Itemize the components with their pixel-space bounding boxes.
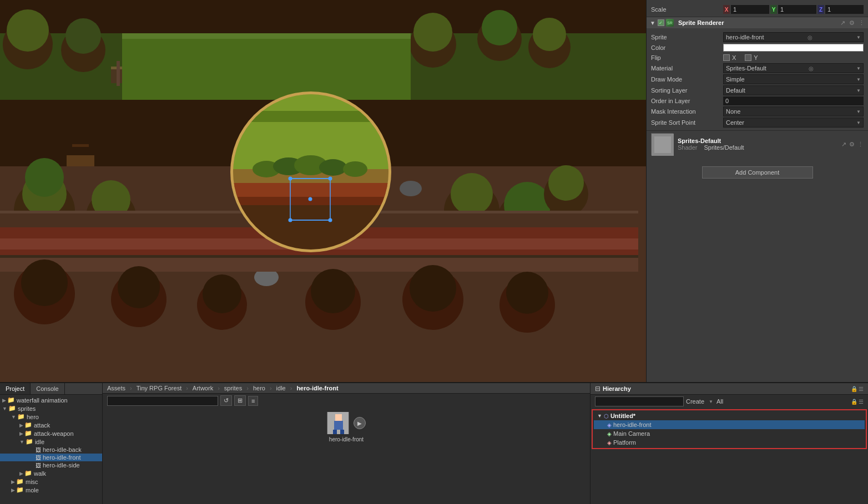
file-content: ▶ hero-idle-front	[103, 408, 590, 504]
material-link-icon[interactable]: ↗	[841, 141, 846, 148]
tree-item-idle[interactable]: ▼ 📁 idle	[0, 437, 102, 446]
tree-item-sprites[interactable]: ▼ 📁 sprites	[0, 404, 102, 413]
breadcrumb-hero-idle-front[interactable]: hero-idle-front	[296, 385, 338, 391]
sprite-renderer-fields: Sprite hero-idle-front ◎ Color	[647, 29, 868, 131]
flip-x-checkbox[interactable]	[723, 54, 730, 61]
component-settings-icon[interactable]: ⚙	[849, 19, 855, 27]
hierarchy-selected-box: ▼ ⬡ Untitled* ◈ hero-idle-front ◈ Main C…	[592, 409, 867, 449]
sep2: ›	[186, 385, 188, 391]
svg-point-28	[451, 173, 493, 215]
hierarchy-scene-root[interactable]: ▼ ⬡ Untitled*	[594, 411, 865, 420]
tree-item-walk[interactable]: ▶ 📁 walk	[0, 469, 102, 477]
tree-item-hero-idle-front[interactable]: 🖼 hero-idle-front	[0, 454, 102, 461]
material-menu-icon[interactable]: ⋮	[857, 141, 864, 148]
breadcrumb-tiny-rpg[interactable]: Tiny RPG Forest	[137, 385, 182, 391]
add-component-container: Add Component	[647, 157, 868, 187]
project-tree[interactable]: ▶ 📁 waterfall animation ▼ 📁 sprites ▼ 📁 …	[0, 395, 102, 504]
idle-arrow: ▼	[19, 439, 24, 445]
shader-label: Shader	[678, 144, 697, 151]
attack-weapon-label: attack-weapon	[34, 430, 74, 437]
breadcrumb-artwork[interactable]: Artwork	[193, 385, 213, 391]
flip-label: Flip	[651, 54, 723, 61]
tree-item-hero-idle-back[interactable]: 🖼 hero-idle-back	[0, 446, 102, 454]
hierarchy-item-platform[interactable]: ◈ Platform	[594, 438, 865, 447]
color-field[interactable]	[723, 44, 864, 52]
svg-point-58	[118, 266, 160, 308]
breadcrumb-hero[interactable]: hero	[253, 385, 265, 391]
tree-item-mole[interactable]: ▶ 📁 mole	[0, 486, 102, 494]
tree-item-waterfall[interactable]: ▶ 📁 waterfall animation	[0, 396, 102, 404]
material-label: Material	[651, 65, 723, 72]
hierarchy-header: ⊟ Hierarchy 🔒 ☰	[591, 383, 868, 395]
material-dropdown[interactable]: Sprites-Default ◎	[723, 63, 864, 73]
hierarchy-content: ▼ ⬡ Untitled* ◈ hero-idle-front ◈ Main C…	[591, 408, 868, 504]
project-panel: Project Console ▶ 📁 waterfall animation …	[0, 383, 103, 504]
sprite-sort-point-row: Sprite Sort Point Center	[651, 117, 864, 128]
breadcrumb-assets[interactable]: Assets	[107, 385, 125, 391]
order-in-layer-value[interactable]: 0	[723, 96, 864, 105]
tree-item-misc[interactable]: ▶ 📁 misc	[0, 477, 102, 486]
sprites-default-section: Sprites-Default Shader Sprites/Default ↗…	[647, 131, 868, 157]
scene-canvas[interactable]	[0, 0, 646, 382]
hero-folder-icon: 📁	[17, 413, 25, 420]
hero-idle-back-icon: 🖼	[36, 447, 41, 453]
component-link-icon[interactable]: ↗	[840, 19, 845, 27]
inspector-scroll[interactable]: Scale X 1 Y 1 Z 1 ▼ ✓ S	[647, 2, 868, 380]
draw-mode-row: Draw Mode Simple	[651, 74, 864, 85]
svg-point-32	[548, 165, 584, 201]
sprites-label: sprites	[18, 405, 36, 412]
sorting-layer-label: Sorting Layer	[651, 87, 723, 94]
mask-interaction-dropdown[interactable]: None	[723, 106, 864, 116]
hierarchy-item-hero-idle-front[interactable]: ◈ hero-idle-front	[594, 420, 865, 429]
sprite-sort-point-label: Sprite Sort Point	[651, 119, 723, 126]
hierarchy-search[interactable]	[595, 396, 684, 406]
scale-y-value[interactable]: 1	[778, 5, 816, 14]
project-tabs: Project Console	[0, 383, 102, 395]
sprite-play-button[interactable]: ▶	[354, 417, 366, 429]
toolbar-list-btn[interactable]: ≡	[248, 396, 258, 406]
tree-item-hero-idle-side[interactable]: 🖼 hero-idle-side	[0, 461, 102, 469]
material-select-icon[interactable]: ◎	[809, 65, 814, 72]
sorting-layer-dropdown[interactable]: Default	[723, 85, 864, 95]
tree-item-hero[interactable]: ▼ 📁 hero	[0, 413, 102, 421]
mask-interaction-value: None	[726, 108, 740, 115]
mole-label: mole	[26, 487, 39, 493]
sprite-sort-point-dropdown[interactable]: Center	[723, 118, 864, 128]
component-enabled-check[interactable]: ✓	[658, 19, 664, 26]
color-swatch[interactable]	[723, 44, 864, 52]
sprite-select-icon[interactable]: ◎	[808, 34, 813, 40]
hierarchy-toolbar-menu[interactable]: ☰	[859, 399, 864, 405]
file-search-input[interactable]	[107, 396, 218, 406]
sep3: ›	[218, 385, 220, 391]
breadcrumb-sprites[interactable]: sprites	[224, 385, 242, 391]
svg-rect-46	[122, 33, 411, 39]
draw-mode-dropdown[interactable]: Simple	[723, 74, 864, 84]
add-component-button[interactable]: Add Component	[702, 166, 813, 179]
hierarchy-menu-icon[interactable]: ☰	[859, 386, 864, 392]
toolbar-refresh-btn[interactable]: ↺	[220, 395, 232, 406]
hierarchy-create-btn[interactable]: Create	[684, 397, 706, 406]
sprite-renderer-header[interactable]: ▼ ✓ SR Sprite Renderer ↗ ⚙ ⋮	[647, 17, 868, 28]
hero-idle-front-scene-icon: ◈	[607, 422, 612, 428]
flip-y-checkbox[interactable]	[745, 54, 751, 61]
material-icons: ↗ ⚙ ⋮	[840, 141, 864, 148]
tab-console[interactable]: Console	[31, 383, 64, 394]
component-menu-icon[interactable]: ⋮	[859, 19, 865, 27]
tree-item-attack-weapon[interactable]: ▶ 📁 attack-weapon	[0, 429, 102, 437]
breadcrumb-idle[interactable]: idle	[276, 385, 286, 391]
material-gear-icon[interactable]: ⚙	[849, 141, 855, 148]
hierarchy-lock-icon[interactable]: 🔒	[851, 386, 857, 392]
scale-x-value[interactable]: 1	[731, 5, 769, 14]
scale-z-value[interactable]: 1	[825, 5, 864, 14]
sprite-row: ▶	[327, 412, 366, 434]
hierarchy-item-main-camera[interactable]: ◈ Main Camera	[594, 429, 865, 438]
shader-value[interactable]: Sprites/Default	[704, 144, 744, 151]
hierarchy-toolbar-btns: 🔒 ☰	[851, 399, 864, 405]
tree-item-attack[interactable]: ▶ 📁 attack	[0, 421, 102, 429]
hierarchy-toolbar-lock[interactable]: 🔒	[851, 399, 857, 405]
hierarchy-toolbar: Create ▼ All 🔒 ☰	[591, 395, 868, 408]
toolbar-filter-btn[interactable]: ⊞	[234, 395, 246, 406]
tab-project[interactable]: Project	[0, 383, 31, 394]
sprite-value-dropdown[interactable]: hero-idle-front ◎	[723, 32, 864, 42]
attack-arrow: ▶	[19, 422, 23, 428]
